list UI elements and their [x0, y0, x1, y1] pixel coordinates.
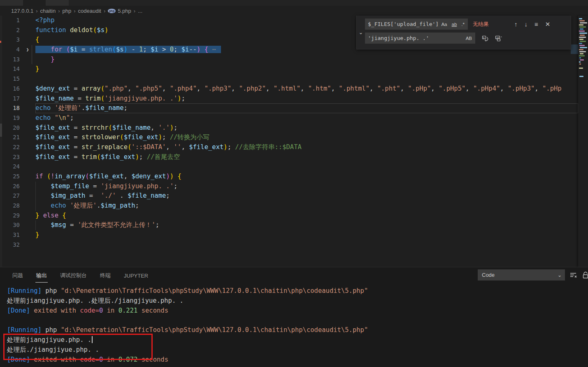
- code-line[interactable]: 16$deny_ext = array(".php", ".php5", ".p…: [0, 84, 588, 94]
- preserve-case-icon[interactable]: AB: [465, 35, 473, 41]
- code-line[interactable]: 32: [0, 240, 588, 250]
- match-case-icon[interactable]: Aa: [440, 21, 448, 27]
- fold-gutter: [20, 84, 35, 94]
- breadcrumb-item[interactable]: codeaudit: [78, 8, 101, 14]
- minimap-line: [579, 43, 582, 44]
- fold-gutter: [20, 64, 35, 74]
- line-number: 25: [0, 172, 20, 182]
- regex-icon[interactable]: .*: [460, 21, 466, 27]
- breadcrumb-item[interactable]: 5.php: [118, 8, 131, 14]
- breadcrumb-item[interactable]: php: [62, 8, 71, 14]
- panel-tab-调试控制台[interactable]: 调试控制台: [59, 268, 88, 282]
- minimap-line: [580, 41, 586, 42]
- panel-tab-问题[interactable]: 问题: [12, 268, 24, 282]
- editor-tab[interactable]: [0, 0, 23, 6]
- code-line[interactable]: 25if (!in_array($file_ext, $deny_ext)) {: [0, 172, 588, 182]
- minimap[interactable]: [578, 16, 588, 267]
- code-line[interactable]: 23$file_ext = trim($file_ext); //首尾去空: [0, 152, 588, 162]
- fold-gutter: [20, 220, 35, 230]
- output-line[interactable]: [Running] php "d:\Penetration\TrafficToo…: [7, 286, 588, 296]
- editor-tab[interactable]: [46, 0, 69, 6]
- svg-text:ab: ab: [496, 36, 500, 39]
- output-channel-dropdown[interactable]: Code ⌄: [478, 269, 565, 281]
- output-line[interactable]: [Done] exited with code=0 in 0.072 secon…: [7, 355, 588, 365]
- output-line[interactable]: [Done] exited with code=0 in 0.221 secon…: [7, 306, 588, 316]
- output-line[interactable]: [7, 316, 588, 325]
- code-editor[interactable]: 1<?php2function deldot($s)3{4❯ for ($i =…: [0, 16, 588, 267]
- output-line[interactable]: [Running] php "d:\Penetration\TrafficToo…: [7, 325, 588, 335]
- close-find-button[interactable]: ✕: [545, 21, 551, 28]
- php-file-icon: php: [108, 9, 116, 13]
- code-line[interactable]: 29} else {: [0, 211, 588, 221]
- line-number: 13: [0, 55, 20, 65]
- code-line[interactable]: 27 $img_path = './' . $file_name;: [0, 191, 588, 201]
- code-text: $temp_file = 'jiangjiyue.php. .';: [35, 182, 177, 192]
- panel-header: 问题输出调试控制台终端JUPYTER Code ⌄: [0, 267, 588, 283]
- minimap-line: [580, 47, 587, 48]
- minimap-line: [579, 68, 583, 69]
- code-line[interactable]: 13 }: [0, 55, 588, 65]
- breadcrumb-separator-icon: ›: [134, 8, 135, 14]
- find-in-selection-button[interactable]: ≡: [535, 21, 538, 28]
- find-input[interactable]: $_FILES['upload_file']['tı Aa ab .*: [365, 19, 468, 30]
- minimap-line: [580, 53, 583, 54]
- output-line[interactable]: 处理后./jiangjiyue.php. .: [7, 345, 588, 355]
- code-line[interactable]: 20$file_ext = strrchr($file_name, '.');: [0, 123, 588, 133]
- code-text: $file_name = trim('jiangjiyue.php. .');: [35, 94, 185, 104]
- code-text: function deldot($s): [35, 26, 108, 35]
- code-line[interactable]: 21$file_ext = strtolower($file_ext); //转…: [0, 133, 588, 143]
- fold-chevron-icon[interactable]: ❯: [20, 45, 35, 55]
- next-match-button[interactable]: ↓: [525, 21, 528, 28]
- replace-input[interactable]: 'jiangjiyue.php. .' AB: [365, 33, 475, 44]
- panel-tab-终端[interactable]: 终端: [99, 268, 112, 282]
- panel-tab-JUPYTER[interactable]: JUPYTER: [123, 269, 149, 282]
- editor-tab-active[interactable]: [23, 0, 46, 6]
- fold-gutter: [20, 143, 35, 152]
- code-line[interactable]: 14}: [0, 64, 588, 74]
- replace-all-button[interactable]: ab: [495, 35, 502, 42]
- code-line[interactable]: 19echo "\n";: [0, 113, 588, 123]
- breadcrumb-separator-icon: ›: [58, 8, 60, 14]
- breadcrumb-item[interactable]: ...: [138, 8, 142, 14]
- lock-panel-button[interactable]: [582, 271, 588, 279]
- breadcrumb-item[interactable]: 127.0.0.1: [11, 8, 33, 14]
- output-console[interactable]: [Running] php "d:\Penetration\TrafficToo…: [0, 283, 588, 365]
- line-number: 23: [0, 152, 20, 162]
- code-line[interactable]: 15: [0, 74, 588, 84]
- code-line[interactable]: 30 $msg = '此文件类型不允许上传！';: [0, 220, 588, 230]
- code-line[interactable]: 28 echo '处理后'.$img_path;: [0, 201, 588, 211]
- fold-gutter: [20, 211, 35, 221]
- overview-ruler-selection-mark: [571, 44, 579, 54]
- code-line[interactable]: 18echo '处理前'.$file_name;: [0, 103, 588, 113]
- code-text: {: [35, 35, 39, 45]
- toggle-replace-button[interactable]: ⌄: [357, 16, 365, 49]
- code-line[interactable]: 31}: [0, 230, 588, 240]
- fold-gutter: [20, 123, 35, 133]
- previous-match-button[interactable]: ↑: [514, 21, 518, 28]
- output-line[interactable]: 处理前jiangjiyue.php. .处理后./jiangjiyue.php.…: [7, 296, 588, 306]
- output-line[interactable]: 处理前jiangjiyue.php. .: [7, 335, 588, 345]
- clear-output-button[interactable]: [569, 271, 577, 278]
- replace-button[interactable]: b: [482, 35, 488, 42]
- fold-gutter: [20, 94, 35, 104]
- code-line[interactable]: 26 $temp_file = 'jiangjiyue.php. .';: [0, 182, 588, 192]
- breadcrumb-item[interactable]: chaitin: [40, 8, 56, 14]
- code-text: echo "\n";: [35, 113, 74, 123]
- line-number: 22: [0, 143, 20, 152]
- fold-gutter: [20, 55, 35, 65]
- whole-word-icon[interactable]: ab: [451, 21, 458, 27]
- code-text: $img_path = './' . $file_name;: [35, 191, 170, 201]
- code-line[interactable]: 22$file_ext = str_ireplace('::$DATA', ''…: [0, 143, 588, 152]
- panel-tab-输出[interactable]: 输出: [35, 268, 48, 283]
- find-query-text: $_FILES['upload_file']['tı: [368, 21, 438, 27]
- line-number: 2: [0, 26, 20, 35]
- line-number: 26: [0, 182, 20, 192]
- code-text: $file_ext = str_ireplace('::$DATA', '', …: [35, 143, 302, 152]
- fold-gutter: [20, 74, 35, 84]
- minimap-line: [579, 57, 581, 58]
- code-text: if (!in_array($file_ext, $deny_ext)) {: [35, 172, 181, 182]
- code-line[interactable]: 17$file_name = trim('jiangjiyue.php. .')…: [0, 94, 588, 104]
- minimap-line: [579, 61, 581, 63]
- breadcrumb-separator-icon: ›: [104, 8, 105, 14]
- code-line[interactable]: 24: [0, 162, 588, 172]
